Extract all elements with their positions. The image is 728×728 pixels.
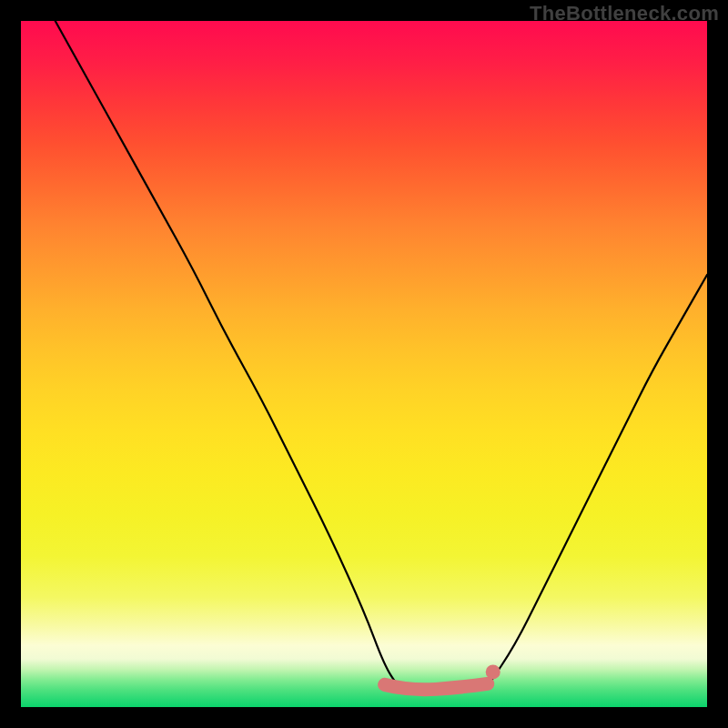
curve-layer [21,21,707,707]
notch-marker [385,683,488,689]
chart-frame: TheBottleneck.com [0,0,728,728]
bottleneck-curve [56,21,707,691]
plot-area [21,21,707,707]
attribution-label: TheBottleneck.com [530,2,719,25]
notch-dot [486,664,500,679]
